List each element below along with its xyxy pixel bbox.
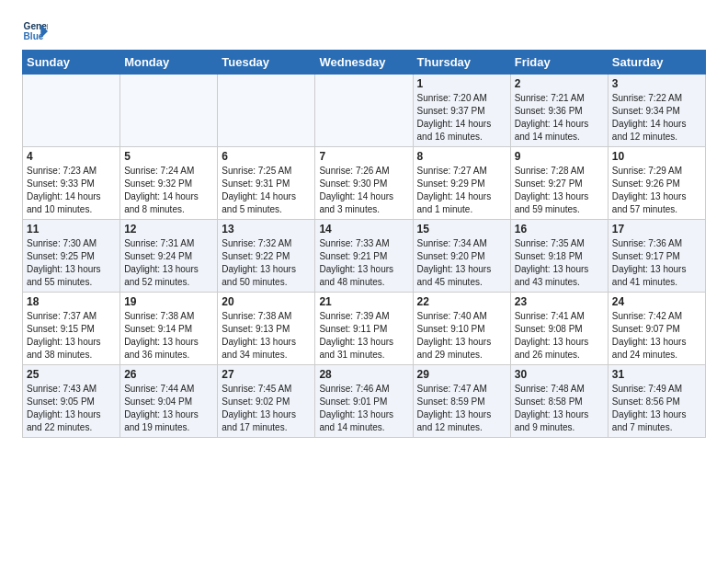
day-info: Sunrise: 7:22 AMSunset: 9:34 PMDaylight:… [612,92,701,144]
day-number: 14 [319,223,408,236]
week-row-5: 25Sunrise: 7:43 AMSunset: 9:05 PMDayligh… [23,365,706,438]
day-info: Sunrise: 7:41 AMSunset: 9:08 PMDaylight:… [515,310,604,362]
day-number: 26 [124,368,213,381]
day-number: 10 [612,150,701,163]
day-number: 11 [27,223,116,236]
day-number: 4 [27,150,116,163]
weekday-friday: Friday [510,51,608,75]
day-number: 15 [417,223,506,236]
day-number: 24 [612,295,701,308]
day-number: 30 [515,368,604,381]
calendar-cell: 22Sunrise: 7:40 AMSunset: 9:10 PMDayligh… [413,293,510,365]
day-info: Sunrise: 7:39 AMSunset: 9:11 PMDaylight:… [319,310,408,362]
calendar-cell: 5Sunrise: 7:24 AMSunset: 9:32 PMDaylight… [120,147,218,220]
day-number: 29 [417,368,506,381]
calendar-cell: 28Sunrise: 7:46 AMSunset: 9:01 PMDayligh… [315,365,413,438]
day-number: 21 [319,295,408,308]
calendar-cell: 15Sunrise: 7:34 AMSunset: 9:20 PMDayligh… [413,220,510,293]
day-info: Sunrise: 7:23 AMSunset: 9:33 PMDaylight:… [27,165,116,216]
calendar-cell [120,75,218,147]
day-info: Sunrise: 7:42 AMSunset: 9:07 PMDaylight:… [612,310,701,362]
day-info: Sunrise: 7:34 AMSunset: 9:20 PMDaylight:… [417,237,506,289]
calendar-cell: 8Sunrise: 7:27 AMSunset: 9:29 PMDaylight… [413,147,510,220]
day-number: 12 [124,223,213,236]
day-info: Sunrise: 7:44 AMSunset: 9:04 PMDaylight:… [124,383,213,434]
weekday-saturday: Saturday [608,51,705,75]
week-row-4: 18Sunrise: 7:37 AMSunset: 9:15 PMDayligh… [23,293,706,365]
day-number: 7 [319,150,408,163]
calendar-cell [218,75,315,147]
calendar: SundayMondayTuesdayWednesdayThursdayFrid… [22,50,706,438]
calendar-cell [23,75,120,147]
day-number: 19 [124,295,213,308]
day-info: Sunrise: 7:48 AMSunset: 8:58 PMDaylight:… [515,383,604,434]
day-number: 9 [515,150,604,163]
header: General Blue [22,18,706,44]
day-info: Sunrise: 7:33 AMSunset: 9:21 PMDaylight:… [319,237,408,289]
day-info: Sunrise: 7:21 AMSunset: 9:36 PMDaylight:… [515,92,604,144]
day-number: 17 [612,223,701,236]
calendar-cell: 10Sunrise: 7:29 AMSunset: 9:26 PMDayligh… [608,147,705,220]
day-number: 3 [612,77,701,90]
calendar-cell: 2Sunrise: 7:21 AMSunset: 9:36 PMDaylight… [510,75,608,147]
day-info: Sunrise: 7:27 AMSunset: 9:29 PMDaylight:… [417,165,506,216]
day-info: Sunrise: 7:46 AMSunset: 9:01 PMDaylight:… [319,383,408,434]
calendar-cell: 1Sunrise: 7:20 AMSunset: 9:37 PMDaylight… [413,75,510,147]
calendar-cell: 9Sunrise: 7:28 AMSunset: 9:27 PMDaylight… [510,147,608,220]
calendar-cell: 3Sunrise: 7:22 AMSunset: 9:34 PMDaylight… [608,75,705,147]
day-info: Sunrise: 7:31 AMSunset: 9:24 PMDaylight:… [124,237,213,289]
weekday-tuesday: Tuesday [218,51,315,75]
day-number: 20 [222,295,311,308]
day-info: Sunrise: 7:40 AMSunset: 9:10 PMDaylight:… [417,310,506,362]
week-row-2: 4Sunrise: 7:23 AMSunset: 9:33 PMDaylight… [23,147,706,220]
day-number: 23 [515,295,604,308]
calendar-cell: 23Sunrise: 7:41 AMSunset: 9:08 PMDayligh… [510,293,608,365]
day-info: Sunrise: 7:30 AMSunset: 9:25 PMDaylight:… [27,237,116,289]
day-info: Sunrise: 7:32 AMSunset: 9:22 PMDaylight:… [222,237,311,289]
calendar-cell: 31Sunrise: 7:49 AMSunset: 8:56 PMDayligh… [608,365,705,438]
day-number: 16 [515,223,604,236]
week-row-1: 1Sunrise: 7:20 AMSunset: 9:37 PMDaylight… [23,75,706,147]
day-number: 6 [222,150,311,163]
day-info: Sunrise: 7:26 AMSunset: 9:30 PMDaylight:… [319,165,408,216]
logo-icon: General Blue [22,18,48,44]
day-number: 13 [222,223,311,236]
day-number: 27 [222,368,311,381]
calendar-cell: 19Sunrise: 7:38 AMSunset: 9:14 PMDayligh… [120,293,218,365]
week-row-3: 11Sunrise: 7:30 AMSunset: 9:25 PMDayligh… [23,220,706,293]
calendar-cell: 7Sunrise: 7:26 AMSunset: 9:30 PMDaylight… [315,147,413,220]
day-info: Sunrise: 7:29 AMSunset: 9:26 PMDaylight:… [612,165,701,216]
day-number: 25 [27,368,116,381]
day-info: Sunrise: 7:38 AMSunset: 9:13 PMDaylight:… [222,310,311,362]
day-info: Sunrise: 7:28 AMSunset: 9:27 PMDaylight:… [515,165,604,216]
page: General Blue SundayMondayTuesdayWednesda… [0,0,728,456]
day-number: 8 [417,150,506,163]
weekday-thursday: Thursday [413,51,510,75]
day-info: Sunrise: 7:43 AMSunset: 9:05 PMDaylight:… [27,383,116,434]
calendar-cell: 11Sunrise: 7:30 AMSunset: 9:25 PMDayligh… [23,220,120,293]
day-info: Sunrise: 7:49 AMSunset: 8:56 PMDaylight:… [612,383,701,434]
logo: General Blue [22,18,50,44]
calendar-cell: 16Sunrise: 7:35 AMSunset: 9:18 PMDayligh… [510,220,608,293]
calendar-cell: 20Sunrise: 7:38 AMSunset: 9:13 PMDayligh… [218,293,315,365]
day-number: 5 [124,150,213,163]
day-info: Sunrise: 7:36 AMSunset: 9:17 PMDaylight:… [612,237,701,289]
calendar-cell: 27Sunrise: 7:45 AMSunset: 9:02 PMDayligh… [218,365,315,438]
day-number: 31 [612,368,701,381]
day-info: Sunrise: 7:20 AMSunset: 9:37 PMDaylight:… [417,92,506,144]
calendar-cell: 12Sunrise: 7:31 AMSunset: 9:24 PMDayligh… [120,220,218,293]
calendar-cell: 18Sunrise: 7:37 AMSunset: 9:15 PMDayligh… [23,293,120,365]
calendar-cell: 6Sunrise: 7:25 AMSunset: 9:31 PMDaylight… [218,147,315,220]
calendar-cell [315,75,413,147]
calendar-cell: 29Sunrise: 7:47 AMSunset: 8:59 PMDayligh… [413,365,510,438]
calendar-cell: 4Sunrise: 7:23 AMSunset: 9:33 PMDaylight… [23,147,120,220]
calendar-cell: 24Sunrise: 7:42 AMSunset: 9:07 PMDayligh… [608,293,705,365]
day-info: Sunrise: 7:24 AMSunset: 9:32 PMDaylight:… [124,165,213,216]
day-number: 1 [417,77,506,90]
day-info: Sunrise: 7:38 AMSunset: 9:14 PMDaylight:… [124,310,213,362]
day-number: 22 [417,295,506,308]
day-info: Sunrise: 7:35 AMSunset: 9:18 PMDaylight:… [515,237,604,289]
calendar-cell: 17Sunrise: 7:36 AMSunset: 9:17 PMDayligh… [608,220,705,293]
day-number: 2 [515,77,604,90]
calendar-cell: 25Sunrise: 7:43 AMSunset: 9:05 PMDayligh… [23,365,120,438]
